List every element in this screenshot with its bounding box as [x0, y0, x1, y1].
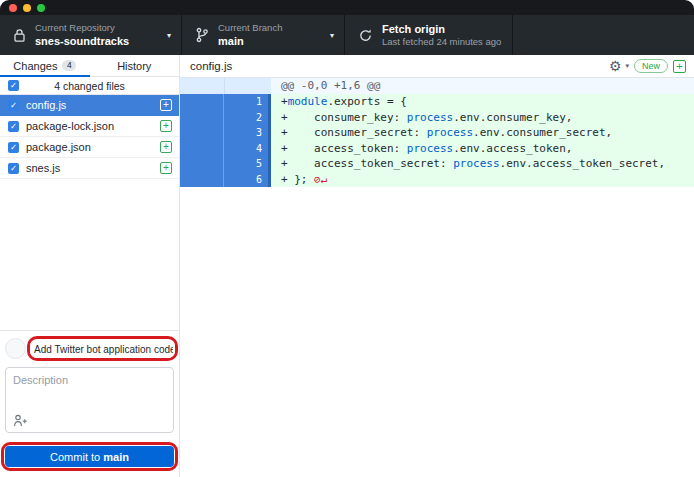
commit-summary-row	[5, 336, 174, 361]
diff-actions: ⚙ ▾ New +	[609, 59, 686, 73]
gear-icon[interactable]: ⚙	[609, 59, 622, 73]
summary-input[interactable]	[30, 341, 175, 358]
file-status-added-icon: +	[160, 120, 172, 132]
repository-text: Current Repository snes-soundtracks	[35, 22, 161, 48]
file-status-added-icon: +	[673, 60, 686, 73]
diff-header: config.js ⚙ ▾ New +	[180, 55, 694, 78]
file-checkbox[interactable]: ✓	[8, 163, 19, 174]
zoom-button[interactable]	[37, 4, 45, 12]
github-desktop-window: Current Repository snes-soundtracks ▾ Cu…	[0, 0, 694, 477]
fetch-text: Fetch origin Last fetched 24 minutes ago	[382, 22, 502, 48]
branch-text: Current Branch main	[218, 22, 324, 48]
description-textarea[interactable]	[6, 368, 173, 412]
fetch-title: Fetch origin	[382, 22, 502, 36]
commit-area: Commit to main	[0, 330, 179, 477]
commit-button-prefix: Commit to	[50, 451, 103, 463]
diff-code-text: + access_token: process.env.access_token…	[271, 141, 572, 157]
branch-chooser[interactable]: Current Branch main ▾	[182, 15, 345, 55]
chevron-down-icon: ▾	[330, 31, 334, 40]
diff-line-number: 3	[224, 125, 268, 141]
add-coauthor-icon[interactable]	[13, 414, 28, 427]
sidebar-tabs: Changes 4 History	[0, 55, 179, 77]
file-name: package-lock.json	[26, 120, 153, 132]
annotation-commit-highlight: Commit to main	[1, 442, 178, 471]
file-status-added-icon: +	[160, 162, 172, 174]
diff-line-gutter[interactable]: 2	[180, 110, 271, 126]
repository-name: snes-soundtracks	[35, 34, 161, 48]
changed-files-label: 4 changed files	[0, 80, 179, 92]
diff-line: 3+ consumer_secret: process.env.consumer…	[180, 125, 694, 141]
file-name: config.js	[26, 99, 153, 111]
git-branch-icon	[195, 27, 209, 43]
diff-line-number: 1	[224, 94, 268, 110]
diff-line-number: 6	[224, 172, 268, 188]
diff-line-gutter[interactable]: 6	[180, 172, 271, 188]
file-status-added-icon: +	[160, 141, 172, 153]
annotation-summary-highlight	[27, 336, 178, 361]
new-file-badge: New	[634, 59, 668, 73]
lock-icon	[13, 28, 26, 43]
toolbar-spacer	[513, 15, 694, 55]
titlebar	[0, 0, 694, 15]
tab-history-label: History	[117, 60, 151, 72]
diff-empty-area	[180, 187, 694, 477]
fetch-subtitle: Last fetched 24 minutes ago	[382, 36, 502, 48]
traffic-lights	[9, 4, 45, 12]
file-name: snes.js	[26, 162, 153, 174]
diff-line: 1+module.exports = {	[180, 94, 694, 110]
file-checkbox[interactable]: ✓	[8, 121, 19, 132]
main-content: Changes 4 History ✓ 4 changed files ✓con…	[0, 55, 694, 477]
changes-count-badge: 4	[62, 60, 76, 71]
changed-files-header: ✓ 4 changed files	[0, 77, 179, 95]
tab-changes-label: Changes	[13, 60, 57, 72]
changes-sidebar: Changes 4 History ✓ 4 changed files ✓con…	[0, 55, 180, 477]
commit-button-branch: main	[103, 451, 129, 463]
diff-line-number: 4	[224, 141, 268, 157]
minimize-button[interactable]	[23, 4, 31, 12]
branch-name: main	[218, 34, 324, 48]
diff-line-gutter[interactable]: 3	[180, 125, 271, 141]
diff-code-text: + consumer_secret: process.env.consumer_…	[271, 125, 612, 141]
file-row-package-lock.json[interactable]: ✓package-lock.json+	[0, 116, 179, 137]
commit-button[interactable]: Commit to main	[5, 446, 174, 467]
tab-changes[interactable]: Changes 4	[0, 55, 90, 76]
repository-chooser[interactable]: Current Repository snes-soundtracks ▾	[0, 15, 182, 55]
diff-code-text: + consumer_key: process.env.consumer_key…	[271, 110, 572, 126]
avatar	[5, 338, 26, 359]
file-list: ✓config.js+✓package-lock.json+✓package.j…	[0, 95, 179, 179]
close-button[interactable]	[9, 4, 17, 12]
chevron-down-icon: ▾	[167, 31, 171, 40]
diff-code-text: +module.exports = {	[271, 94, 407, 110]
hunk-gutter	[180, 78, 271, 94]
file-checkbox[interactable]: ✓	[8, 100, 19, 111]
description-box	[5, 367, 174, 433]
diff-lines: 1+module.exports = {2+ consumer_key: pro…	[180, 94, 694, 187]
diff-line: 5+ access_token_secret: process.env.acce…	[180, 156, 694, 172]
diff-code-text: + access_token_secret: process.env.acces…	[271, 156, 665, 172]
diff-line-gutter[interactable]: 1	[180, 94, 271, 110]
diff-line-gutter[interactable]: 5	[180, 156, 271, 172]
diff-line: 4+ access_token: process.env.access_toke…	[180, 141, 694, 157]
file-checkbox[interactable]: ✓	[8, 142, 19, 153]
diff-pane: config.js ⚙ ▾ New + @@ -0,0 +1,6 @@ 1+mo…	[180, 55, 694, 477]
file-row-config.js[interactable]: ✓config.js+	[0, 95, 179, 116]
file-status-added-icon: +	[160, 99, 172, 111]
toolbar: Current Repository snes-soundtracks ▾ Cu…	[0, 15, 694, 55]
fetch-origin-button[interactable]: Fetch origin Last fetched 24 minutes ago	[345, 15, 513, 55]
diff-line: 6+ }; ⊘↵	[180, 172, 694, 188]
chevron-down-icon[interactable]: ▾	[625, 62, 629, 70]
sync-icon	[358, 28, 373, 43]
file-row-snes.js[interactable]: ✓snes.js+	[0, 158, 179, 179]
diff-file-name: config.js	[190, 60, 609, 72]
diff-line-number: 5	[224, 156, 268, 172]
file-row-package.json[interactable]: ✓package.json+	[0, 137, 179, 158]
diff-line-number: 2	[224, 110, 268, 126]
diff-line: 2+ consumer_key: process.env.consumer_ke…	[180, 110, 694, 126]
diff-line-gutter[interactable]: 4	[180, 141, 271, 157]
file-name: package.json	[26, 141, 153, 153]
tab-history[interactable]: History	[90, 55, 180, 76]
hunk-header-text: @@ -0,0 +1,6 @@	[271, 78, 380, 94]
sidebar-spacer	[0, 179, 179, 330]
hunk-header-row: @@ -0,0 +1,6 @@	[180, 78, 694, 94]
branch-label: Current Branch	[218, 22, 324, 34]
